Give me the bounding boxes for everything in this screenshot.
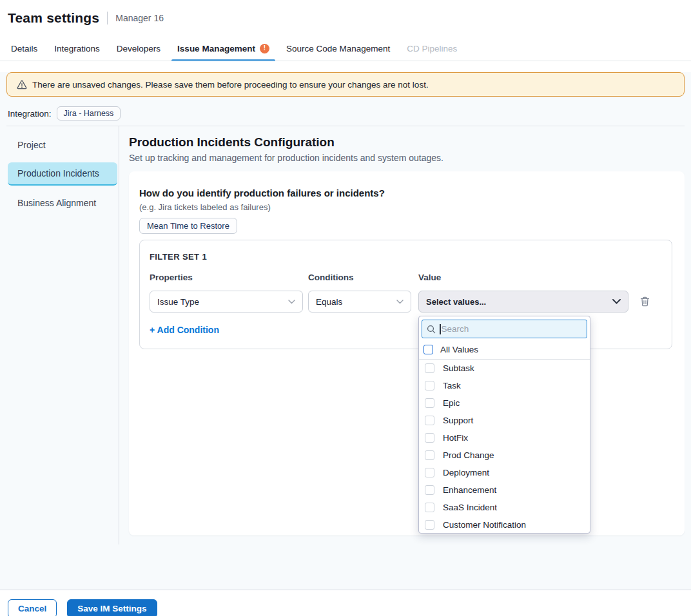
dropdown-search-input[interactable] — [442, 324, 583, 334]
metric-tab-mean-time-to-restore[interactable]: Mean Time to Restore — [139, 218, 237, 234]
checkbox-icon[interactable] — [425, 398, 434, 408]
title-separator — [107, 12, 108, 24]
tab-issue-management[interactable]: Issue Management ! — [169, 36, 278, 61]
tab-details[interactable]: Details — [3, 36, 46, 61]
settings-body: Project Production Incidents Business Al… — [0, 126, 691, 544]
checkbox-icon[interactable] — [425, 468, 434, 477]
tab-developers[interactable]: Developers — [108, 36, 169, 61]
property-select[interactable]: Issue Type — [150, 291, 303, 313]
sidebar-item-business-alignment[interactable]: Business Alignment — [8, 192, 117, 214]
checkbox-icon[interactable] — [425, 520, 434, 530]
action-footer: Cancel Save IM Settings — [0, 590, 691, 616]
tab-label: Developers — [117, 44, 161, 53]
option-hotfix[interactable]: HotFix — [419, 429, 590, 447]
option-epic[interactable]: Epic — [419, 394, 590, 412]
add-condition-link[interactable]: + Add Condition — [150, 325, 219, 335]
chevron-down-icon — [396, 300, 404, 304]
value-dropdown-panel: All Values Subtask Task — [418, 316, 590, 534]
option-saas-incident[interactable]: SaaS Incident — [419, 499, 590, 516]
value-select-wrap: Select values... — [418, 291, 628, 313]
tab-label: CD Pipelines — [407, 44, 457, 53]
content-area: There are unsaved changes. Please save t… — [0, 72, 691, 590]
page-subtitle: Manager 16 — [115, 13, 164, 23]
filter-set-title: FILTER SET 1 — [150, 252, 661, 262]
search-icon — [427, 325, 436, 334]
unsaved-changes-banner: There are unsaved changes. Please save t… — [6, 72, 685, 97]
tab-source-code-management[interactable]: Source Code Management — [278, 36, 398, 61]
option-label: Prod Change — [443, 450, 494, 460]
integration-chip[interactable]: Jira - Harness — [57, 106, 121, 120]
identify-failures-question: How do you identify production failures … — [139, 188, 672, 198]
page-header: Team settings Manager 16 — [0, 0, 691, 36]
value-multiselect[interactable]: Select values... — [418, 291, 628, 313]
checkbox-icon[interactable] — [425, 433, 434, 443]
config-sidebar: Project Production Incidents Business Al… — [0, 126, 119, 544]
save-im-settings-button[interactable]: Save IM Settings — [67, 599, 157, 616]
filter-set-1: FILTER SET 1 Properties Conditions Value… — [139, 240, 672, 349]
sidebar-item-project[interactable]: Project — [8, 134, 117, 156]
filter-column-headers: Properties Conditions Value — [150, 273, 661, 282]
option-label: Subtask — [443, 363, 474, 373]
option-label: SaaS Incident — [443, 503, 497, 512]
settings-tabbar: Details Integrations Developers Issue Ma… — [0, 36, 691, 61]
delete-condition-button[interactable] — [639, 296, 650, 307]
tab-cd-pipelines: CD Pipelines — [398, 36, 465, 61]
checkbox-icon[interactable] — [423, 345, 433, 354]
tab-label: Source Code Management — [286, 44, 390, 53]
sidebar-item-label: Production Incidents — [17, 168, 99, 178]
text-cursor — [440, 324, 441, 334]
option-label: Deployment — [443, 468, 489, 477]
option-task[interactable]: Task — [419, 377, 590, 394]
checkbox-icon[interactable] — [425, 450, 434, 460]
incidents-config-card: How do you identify production failures … — [129, 171, 685, 535]
checkbox-icon[interactable] — [425, 363, 434, 373]
tab-integrations[interactable]: Integrations — [46, 36, 108, 61]
panel-title: Production Incidents Configuration — [129, 135, 685, 149]
sidebar-item-label: Business Alignment — [17, 198, 96, 208]
condition-select-value: Equals — [316, 297, 342, 307]
option-label: Epic — [443, 398, 460, 408]
value-column-header: Value — [418, 273, 628, 282]
option-label: Customer Notification — [443, 520, 526, 530]
option-subtask[interactable]: Subtask — [419, 360, 590, 377]
page-title: Team settings — [8, 10, 99, 26]
main-panel: Production Incidents Configuration Set u… — [119, 126, 691, 535]
property-select-value: Issue Type — [157, 297, 199, 307]
checkbox-icon[interactable] — [425, 485, 434, 495]
tab-label: Details — [11, 44, 37, 53]
checkbox-icon[interactable] — [425, 503, 434, 512]
integration-row: Integration: Jira - Harness — [8, 106, 691, 120]
dropdown-search-box[interactable] — [422, 320, 587, 338]
option-prod-change[interactable]: Prod Change — [419, 447, 590, 464]
panel-subtitle: Set up tracking and management for produ… — [129, 153, 685, 163]
integration-label: Integration: — [8, 109, 52, 119]
checkbox-icon[interactable] — [425, 381, 434, 390]
filter-condition-row: Issue Type Equals — [150, 291, 661, 313]
option-enhancement[interactable]: Enhancement — [419, 481, 590, 499]
option-all-values[interactable]: All Values — [419, 340, 590, 360]
banner-text: There are unsaved changes. Please save t… — [32, 80, 429, 90]
value-select-placeholder: Select values... — [426, 297, 486, 307]
cancel-button[interactable]: Cancel — [8, 599, 57, 616]
option-label: Enhancement — [443, 485, 496, 495]
option-customer-notification[interactable]: Customer Notification — [419, 516, 590, 534]
option-support[interactable]: Support — [419, 412, 590, 429]
tab-label: Issue Management — [177, 44, 255, 53]
option-label: All Values — [440, 345, 478, 354]
option-deployment[interactable]: Deployment — [419, 464, 590, 481]
properties-column-header: Properties — [150, 273, 303, 282]
option-label: Task — [443, 381, 461, 390]
checkbox-icon[interactable] — [425, 416, 434, 425]
sidebar-item-label: Project — [17, 140, 46, 150]
condition-select[interactable]: Equals — [308, 291, 411, 313]
option-label: HotFix — [443, 433, 468, 443]
unsaved-changes-badge-icon: ! — [260, 44, 269, 53]
conditions-column-header: Conditions — [308, 273, 411, 282]
tab-label: Integrations — [54, 44, 100, 53]
chevron-down-icon — [612, 299, 621, 304]
chevron-down-icon — [288, 300, 295, 304]
warning-triangle-icon — [17, 80, 27, 90]
option-label: Support — [443, 416, 473, 425]
question-hint: (e.g. Jira tickets labeled as failures) — [139, 202, 672, 212]
sidebar-item-production-incidents[interactable]: Production Incidents — [8, 162, 117, 186]
